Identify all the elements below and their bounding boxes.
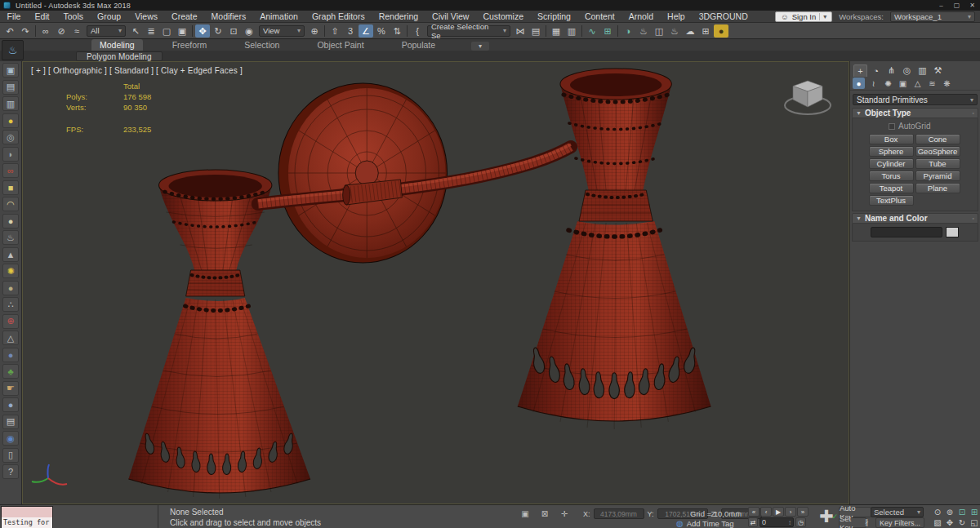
align-icon[interactable]: ▤ bbox=[528, 24, 543, 38]
maximize-button[interactable]: ▢ bbox=[949, 2, 964, 9]
create-key-button[interactable]: ✚ ✓ bbox=[816, 506, 837, 527]
menu-edit[interactable]: Edit bbox=[28, 11, 56, 22]
teapot-primitive-icon[interactable]: ♨ bbox=[2, 230, 19, 245]
scene-explorer-panel-icon[interactable]: ▤ bbox=[2, 80, 19, 95]
next-frame-button[interactable]: › bbox=[785, 507, 796, 517]
tab-selection[interactable]: Selection bbox=[236, 39, 287, 51]
use-pivot-center-icon[interactable]: ⊕ bbox=[307, 24, 322, 38]
sign-in-button[interactable]: ☺ Sign In ▾ bbox=[775, 11, 832, 22]
shaded-view-icon[interactable]: ◗ bbox=[2, 147, 19, 162]
object-name-input[interactable] bbox=[871, 227, 942, 237]
category-shapes[interactable]: ≀ bbox=[867, 78, 880, 89]
button-cone[interactable]: Cone bbox=[915, 134, 960, 144]
menu-customize[interactable]: Customize bbox=[476, 11, 531, 22]
play-button[interactable]: ▶ bbox=[773, 507, 784, 517]
render-cloud-icon[interactable]: ☁ bbox=[683, 24, 697, 38]
go-to-start-button[interactable]: « bbox=[748, 507, 760, 517]
button-teapot[interactable]: Teapot bbox=[869, 183, 914, 193]
percent-snap-icon[interactable]: % bbox=[374, 24, 389, 38]
tab-create[interactable]: + bbox=[853, 64, 867, 77]
primitive-category-dropdown[interactable]: Standard Primitives ▾ bbox=[853, 94, 978, 105]
schematic-view-icon[interactable]: ⊞ bbox=[600, 24, 615, 38]
foliage-icon[interactable]: ♣ bbox=[2, 364, 19, 379]
selection-filter-dropdown[interactable]: All▾ bbox=[87, 25, 126, 37]
unlink-selection-icon[interactable]: ⊘ bbox=[54, 24, 69, 38]
dome-primitive-icon[interactable]: ◠ bbox=[2, 197, 19, 211]
viewport-label[interactable]: [ + ] [ Orthographic ] [ Standard ] [ Cl… bbox=[31, 66, 243, 75]
view-cube[interactable] bbox=[779, 74, 836, 122]
document-icon[interactable]: ▯ bbox=[2, 448, 19, 463]
menu-rendering[interactable]: Rendering bbox=[372, 11, 425, 22]
listener-script-row[interactable]: Testing for i bbox=[2, 517, 52, 528]
camera-icon[interactable]: ◎ bbox=[2, 130, 19, 144]
layer-manager-icon[interactable]: ▦ bbox=[549, 24, 564, 38]
ribbon-overflow-button[interactable]: ▾ bbox=[471, 42, 489, 51]
spinner-icon[interactable]: ↕ bbox=[788, 519, 791, 526]
window-crossing-icon[interactable]: ▣ bbox=[175, 24, 189, 38]
render-setup-icon[interactable]: ♨ bbox=[636, 24, 651, 38]
ribbon-logo-icon[interactable]: ♨ bbox=[2, 40, 24, 60]
category-helpers[interactable]: △ bbox=[911, 78, 924, 89]
selection-lock-icon[interactable]: ⊠ bbox=[539, 508, 550, 519]
scene-explorer-icon[interactable]: ▥ bbox=[564, 24, 579, 38]
spinner-snap-icon[interactable]: ⇅ bbox=[390, 24, 404, 38]
select-and-manipulate-icon[interactable]: ⇧ bbox=[327, 24, 342, 38]
redo-icon[interactable]: ↷ bbox=[18, 24, 33, 38]
model-left-lamp[interactable] bbox=[128, 170, 310, 499]
viewport-layout-icon[interactable]: ▣ bbox=[2, 63, 19, 78]
maxscript-mini-listener[interactable]: Testing for i bbox=[1, 506, 53, 528]
zoom-region-icon[interactable]: ▧ bbox=[932, 517, 943, 527]
select-and-move-icon[interactable]: ✥ bbox=[195, 24, 210, 38]
rendered-frame-icon[interactable]: ◫ bbox=[652, 24, 666, 38]
model-wall-plate[interactable] bbox=[278, 83, 448, 263]
menu-civil-view[interactable]: Civil View bbox=[425, 11, 476, 22]
button-pyramid[interactable]: Pyramid bbox=[915, 171, 960, 181]
menu-modifiers[interactable]: Modifiers bbox=[204, 11, 253, 22]
category-geometry[interactable]: ● bbox=[853, 78, 865, 89]
viewport-layouts-icon[interactable]: ⊞ bbox=[698, 24, 713, 38]
undo-icon[interactable]: ↶ bbox=[2, 24, 17, 38]
box-primitive-icon[interactable]: ■ bbox=[2, 180, 19, 195]
selection-region-icon[interactable]: ▢ bbox=[159, 24, 174, 38]
absolute-offset-icon[interactable]: ✛ bbox=[559, 508, 570, 519]
button-torus[interactable]: Torus bbox=[869, 171, 914, 181]
reference-coordinate-dropdown[interactable]: View▾ bbox=[259, 25, 305, 37]
close-button[interactable]: ✕ bbox=[964, 2, 980, 9]
zoom-all-icon[interactable]: ⊚ bbox=[944, 507, 956, 517]
button-sphere[interactable]: Sphere bbox=[869, 146, 914, 157]
tab-motion[interactable]: ◎ bbox=[900, 64, 914, 77]
snap-toggle-3d-icon[interactable]: 3 bbox=[343, 24, 358, 38]
menu-help[interactable]: Help bbox=[661, 11, 693, 22]
listener-macro-row[interactable] bbox=[2, 507, 52, 517]
key-filters-button[interactable]: Key Filters... bbox=[875, 517, 924, 528]
zoom-icon[interactable]: ⊙ bbox=[932, 507, 943, 517]
name-color-header[interactable]: ▼ Name and Color ▫ bbox=[852, 213, 978, 224]
tab-object-paint[interactable]: Object Paint bbox=[309, 39, 372, 51]
menu-3dground[interactable]: 3DGROUND bbox=[692, 11, 755, 22]
material-editor-icon[interactable]: ◑ bbox=[621, 24, 635, 38]
zoom-extents-icon[interactable]: ⊡ bbox=[956, 507, 968, 517]
menu-group[interactable]: Group bbox=[91, 11, 128, 22]
orbit-icon[interactable]: ↻ bbox=[956, 517, 968, 527]
button-tube[interactable]: Tube bbox=[915, 158, 960, 169]
autogrid-checkbox[interactable] bbox=[889, 123, 895, 130]
select-and-place-icon[interactable]: ◉ bbox=[242, 24, 256, 38]
tab-hierarchy[interactable]: ⋔ bbox=[884, 64, 898, 77]
previous-frame-button[interactable]: ‹ bbox=[760, 507, 772, 517]
select-by-name-icon[interactable]: ≣ bbox=[144, 24, 158, 38]
pyramid-icon[interactable]: △ bbox=[2, 331, 19, 345]
workspace-dropdown[interactable]: Workspace_1 ▾ bbox=[890, 11, 975, 22]
menu-file[interactable]: File bbox=[0, 11, 28, 22]
tab-utilities[interactable]: ⚒ bbox=[931, 64, 945, 77]
light-lister-icon[interactable]: ● bbox=[2, 113, 19, 128]
go-to-end-button[interactable]: » bbox=[797, 507, 808, 517]
category-cameras[interactable]: ▣ bbox=[897, 78, 909, 89]
scatter-icon[interactable]: ∴ bbox=[2, 297, 19, 312]
help-icon[interactable]: ? bbox=[2, 464, 19, 479]
category-spacewarps[interactable]: ≋ bbox=[926, 78, 938, 89]
menu-scripting[interactable]: Scripting bbox=[531, 11, 578, 22]
selection-sphere-icon[interactable]: ◉ bbox=[2, 431, 19, 446]
named-selection-sets-dropdown[interactable]: Create Selection Se▾ bbox=[427, 25, 510, 37]
menu-views[interactable]: Views bbox=[128, 11, 165, 22]
zoom-extents-all-icon[interactable]: ⊞ bbox=[969, 507, 980, 517]
